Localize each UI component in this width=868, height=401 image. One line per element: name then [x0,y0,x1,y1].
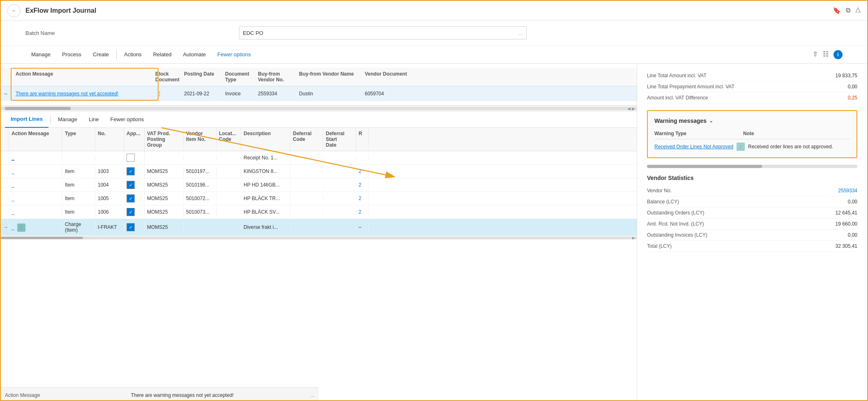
lower-table-row-1[interactable]: _ Receipt No. 1... [1,151,637,165]
checkbox-2[interactable]: ✓ [127,167,135,175]
action-message-link[interactable]: There are warning messages not yet accep… [16,91,118,97]
nav-automate[interactable]: Automate [177,46,212,64]
warning-row-dots[interactable]: ⋮ [737,143,745,151]
right-panel: Line Total Amount incl. VAT 19 833,75 Li… [637,64,867,401]
vendor-no-value[interactable]: 2559334 [838,188,857,194]
stat-row-3: Amount incl. VAT Difference 0,25 [647,92,857,104]
right-panel-scrollbar[interactable] [647,165,857,168]
tab-line[interactable]: Line [83,111,105,128]
td-posting-date: 2021-09-22 [182,88,223,99]
nav-manage[interactable]: Manage [25,46,56,64]
ltd-app-2: ✓ [124,165,145,178]
nav-create[interactable]: Create [87,46,115,64]
action-msg-link-4[interactable]: _ [12,196,14,201]
upper-table-row[interactable]: → There are warning messages not yet acc… [1,86,637,101]
warning-messages-title[interactable]: Warning messages ⌄ [654,118,850,124]
action-msg-link-6[interactable]: _ [12,224,14,230]
ltd-locat-2 [216,169,241,174]
checkbox-4[interactable]: ✓ [127,194,135,203]
lower-table-area: Action Message Type No. App... VAT Prod.… [1,128,637,236]
external-link-icon[interactable]: ⧉ [846,7,850,14]
ltd-app-3: ✓ [124,178,145,191]
ltd-desc-5: HP BLÄCK SV... [241,207,290,217]
lower-scrollbar-thumb[interactable] [1,237,83,239]
th-arrow [1,68,13,86]
nav-process[interactable]: Process [56,46,87,64]
app-header: ← ExFlow Import Journal 🔖 ⧉ ⧊ [1,1,867,21]
batch-name-row: Batch Name EDC PO ... [1,21,867,46]
checkbox-6[interactable]: ✓ [127,223,135,231]
ltd-locat-4 [216,196,241,201]
ltd-action-msg-6: _ ⋮ [9,222,62,233]
stat-row-1: Line Total Amount incl. VAT 19 833,75 [647,70,857,81]
ltd-no-4: 1005 [95,193,124,204]
nav-right-icons: ⇧ ☷ i [813,50,843,59]
ltd-action-msg-1: _ [9,152,62,163]
nav-related[interactable]: Related [147,46,177,64]
ltd-arrow-5 [1,210,9,214]
expand-icon[interactable]: ⧊ [855,7,861,14]
lth-action-message: Action Message [9,128,62,151]
info-icon[interactable]: i [833,50,843,59]
lower-table-row-2[interactable]: _ Item 1003 ✓ MOMS25 5010197... KINGSTON… [1,165,637,178]
vendor-stat-total: Total (LCY) 32 305,41 [647,241,857,252]
stat-value-3: 0,25 [848,95,857,101]
filter-icon[interactable]: ☷ [823,50,829,59]
total-value: 32 305,41 [836,243,857,249]
action-msg-link-5[interactable]: _ [12,209,14,215]
lth-type: Type [62,128,95,151]
vendor-stat-outstanding-orders: Outstanding Orders (LCY) 12 645,41 [647,207,857,219]
app-title: ExFlow Import Journal [25,7,96,14]
stat-label-3: Amount incl. VAT Difference [647,95,708,101]
ltd-locat-5 [216,210,241,214]
bookmark-icon[interactable]: 🔖 [833,7,841,14]
batch-name-dots[interactable]: ... [518,30,523,36]
ltd-arrow-6: → [1,222,9,233]
ltd-no-6: I-FRAKT [95,222,124,233]
outstanding-orders-value: 12 645,41 [836,210,857,216]
back-button[interactable]: ← [7,4,21,17]
lower-table-row-4[interactable]: _ Item 1005 ✓ MOMS25 5010072... HP BLÄCK… [1,192,637,205]
right-scrollbar-thumb[interactable] [647,165,762,168]
ltd-def-start-5 [323,210,356,214]
lth-app: App... [124,128,145,151]
upper-table-header: Action Message BlockDocument Posting Dat… [1,68,637,86]
checkbox-1[interactable] [127,154,135,162]
ltd-def-start-3 [323,182,356,187]
lth-deferral-start-date: DeferralStartDate [323,128,356,151]
ltd-desc-6: Diverse frakt i... [241,222,290,233]
status-bar-dots[interactable]: ... [310,392,315,398]
tab-fewer-options[interactable]: Fewer options [105,111,150,128]
lower-table-row-5[interactable]: _ Item 1006 ✓ MOMS25 5010073... HP BLÄCK… [1,205,637,219]
nav-fewer-options[interactable]: Fewer options [212,46,257,64]
ltd-vendor-item-2: 5010197... [184,166,216,177]
tab-import-lines[interactable]: Import Lines [5,111,48,128]
lth-arrow [1,128,9,151]
ltd-app-1 [124,151,145,164]
ltd-no-5: 1006 [95,207,124,217]
upper-scrollbar[interactable]: ◀ ▶ [1,106,637,111]
ltd-desc-4: HP BLÄCK TR... [241,193,290,204]
row-context-menu-button[interactable]: ⋮ [155,90,163,98]
outstanding-orders-label: Outstanding Orders (LCY) [647,210,704,216]
ltd-desc-3: HP HD 146GB... [241,180,290,190]
batch-name-input[interactable]: EDC PO ... [239,26,527,39]
batch-name-value: EDC PO [243,30,518,36]
lower-scrollbar[interactable]: ▶ [1,236,637,240]
action-msg-link-2[interactable]: _ [12,168,14,174]
lower-table-row-6[interactable]: → _ ⋮ Charge (Item) I-FRAKT ✓ MOMS25 Div… [1,219,637,236]
action-msg-link-3[interactable]: _ [12,182,14,188]
ltd-app-4: ✓ [124,192,145,205]
warning-type-link[interactable]: Received Order Lines Not Approved [654,144,733,150]
share-icon[interactable]: ⇧ [813,50,818,59]
scrollbar-thumb[interactable] [5,107,71,110]
lower-table-row-3[interactable]: _ Item 1004 ✓ MOMS25 5010196... HP HD 14… [1,178,637,192]
checkbox-5[interactable]: ✓ [127,208,135,216]
checkbox-3[interactable]: ✓ [127,181,135,189]
vendor-statistics: Vendor Statistics Vendor No. 2559334 Bal… [647,175,857,252]
tab-manage[interactable]: Manage [52,111,83,128]
action-msg-link-1[interactable]: _ [12,155,14,161]
row-6-dots[interactable]: ⋮ [17,224,25,232]
nav-actions[interactable]: Actions [118,46,147,64]
stat-label-2: Line Total Prepayment Amount incl. VAT [647,84,734,90]
